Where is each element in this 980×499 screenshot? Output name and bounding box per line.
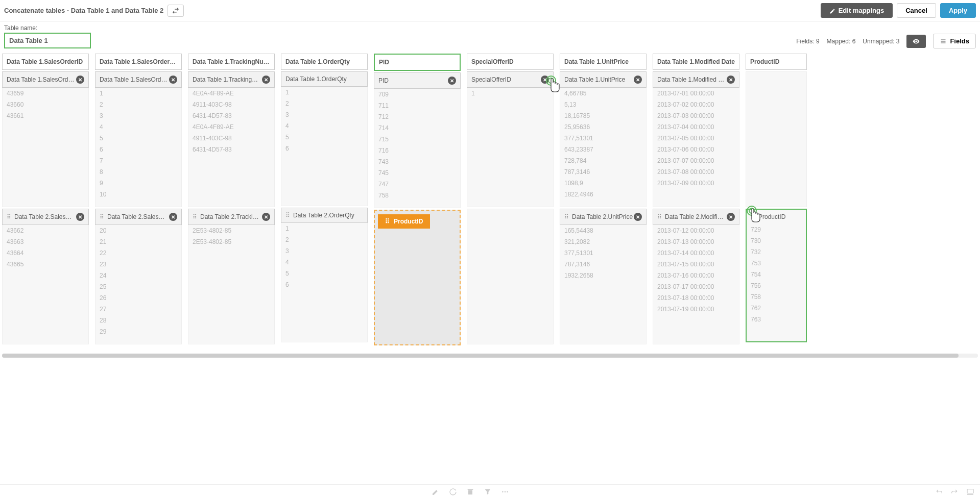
column: SpecialOfferID✕1 xyxy=(467,54,554,345)
drag-handle-icon[interactable]: ⠿ xyxy=(100,213,104,220)
remove-mapping-icon[interactable]: ✕ xyxy=(634,213,642,221)
remove-mapping-icon[interactable]: ✕ xyxy=(448,77,456,85)
data-row: 745 xyxy=(374,167,460,179)
remove-mapping-icon[interactable]: ✕ xyxy=(727,76,735,84)
remove-mapping-icon[interactable]: ✕ xyxy=(541,76,549,84)
data-row: 3 xyxy=(281,109,367,120)
horizontal-scrollbar[interactable] xyxy=(2,354,978,358)
mapped-field-row[interactable]: Data Table 1.Modified Date✕ xyxy=(653,71,739,88)
mapped-field-row[interactable]: Data Table 1.UnitPrice✕ xyxy=(560,71,647,88)
data-row: 27 xyxy=(95,304,181,315)
column: Data Table 1.Modified Date✕2013-07-01 00… xyxy=(653,54,739,345)
drag-handle-icon[interactable]: ⠿ xyxy=(285,212,290,219)
column-header-input[interactable] xyxy=(188,54,275,70)
data-row: 4E0A-4F89-AE xyxy=(188,88,274,99)
data-row: 730 xyxy=(747,235,806,246)
data-row: 2013-07-19 00:00:00 xyxy=(653,304,739,315)
edit-mappings-label: Edit mappings xyxy=(839,7,885,14)
data-row: 1 xyxy=(281,223,367,234)
remove-mapping-icon[interactable]: ✕ xyxy=(634,76,642,84)
unmapped-field-block[interactable]: ⠿ProductID729730732753754756758762763 xyxy=(746,209,807,342)
top-bar: Concatenate tables - Data Table 1 and Da… xyxy=(0,0,980,21)
mapped-field-row[interactable]: SpecialOfferID✕ xyxy=(467,71,554,88)
column-header-input[interactable] xyxy=(746,54,807,70)
drag-handle-icon[interactable]: ⠿ xyxy=(564,213,569,220)
edit-mappings-button[interactable]: Edit mappings xyxy=(821,3,893,18)
mapped-field-row[interactable]: ⠿Data Table 2.SalesOrd...✕ xyxy=(2,209,89,225)
remove-mapping-icon[interactable]: ✕ xyxy=(262,213,270,221)
data-row: 2013-07-13 00:00:00 xyxy=(653,236,739,247)
data-row: 2013-07-06 00:00:00 xyxy=(653,144,739,155)
swap-icon xyxy=(172,7,179,14)
drag-chip[interactable]: ⠿ ProductID xyxy=(378,214,430,229)
data-preview-list: 2013-07-12 00:00:002013-07-13 00:00:0020… xyxy=(653,225,739,344)
data-preview-list: 165,54438321,2082377,51301787,31461932,2… xyxy=(560,225,647,344)
column-header-input[interactable] xyxy=(560,54,647,70)
mapped-field-row[interactable]: ⠿Data Table 2.Modified ...✕ xyxy=(653,209,739,225)
data-row: 26 xyxy=(95,292,181,304)
data-row: 714 xyxy=(374,122,460,134)
mapped-field-label: Data Table 1.TrackingNum... xyxy=(193,76,262,83)
data-row: 28 xyxy=(95,315,181,326)
data-row: 2 xyxy=(95,99,181,110)
data-row: 728,784 xyxy=(560,155,646,166)
remove-mapping-icon[interactable]: ✕ xyxy=(169,76,177,84)
mapped-field-label: Data Table 2.SalesOrd... xyxy=(107,213,169,220)
drag-icon: ⠿ xyxy=(385,218,390,225)
column-header-input[interactable] xyxy=(653,54,739,70)
column-header-input[interactable] xyxy=(95,54,182,70)
remove-mapping-icon[interactable]: ✕ xyxy=(76,213,84,221)
preview-toggle-button[interactable] xyxy=(906,35,926,48)
drop-zone[interactable] xyxy=(374,210,461,345)
data-row: 2013-07-16 00:00:00 xyxy=(653,270,739,281)
unmapped-field-row[interactable]: ⠿ProductID xyxy=(747,210,806,224)
remove-mapping-icon[interactable]: ✕ xyxy=(262,76,270,84)
data-preview-list: 123456 xyxy=(281,223,368,342)
mapped-field-row[interactable]: ⠿Data Table 2.SalesOrd...✕ xyxy=(95,209,182,225)
mapped-field-row[interactable]: Data Table 1.SalesOrderD...✕ xyxy=(95,71,182,88)
column-header-input[interactable] xyxy=(2,54,89,70)
drag-handle-icon[interactable]: ⠿ xyxy=(751,213,755,220)
empty-mapping-slot[interactable] xyxy=(467,209,554,344)
data-row: 2013-07-01 00:00:00 xyxy=(653,88,739,99)
mapped-field-row[interactable]: PID✕ xyxy=(374,72,461,89)
column-header-input[interactable] xyxy=(467,54,554,70)
drag-handle-icon[interactable]: ⠿ xyxy=(7,213,11,220)
data-row: 2013-07-15 00:00:00 xyxy=(653,259,739,270)
data-row: 21 xyxy=(95,236,181,247)
mapped-field-row[interactable]: ⠿Data Table 2.UnitPrice✕ xyxy=(560,209,647,225)
drag-handle-icon[interactable]: ⠿ xyxy=(657,213,662,220)
data-row: 1 xyxy=(467,88,553,99)
data-row: 18,16785 xyxy=(560,110,646,121)
column-header-input[interactable] xyxy=(374,54,461,71)
data-row: 763 xyxy=(747,314,806,325)
mapped-field-row[interactable]: Data Table 1.SalesOrderID✕ xyxy=(2,71,89,88)
drag-handle-icon[interactable]: ⠿ xyxy=(193,213,197,220)
table-name-input[interactable] xyxy=(4,33,91,48)
data-row: 43660 xyxy=(3,99,88,110)
column-header-input[interactable] xyxy=(281,54,368,70)
remove-mapping-icon[interactable]: ✕ xyxy=(76,76,84,84)
mapped-field-row[interactable]: ⠿Data Table 2.Tracking...✕ xyxy=(188,209,275,225)
data-row: 712 xyxy=(374,111,460,122)
data-row: 3 xyxy=(95,110,181,121)
data-row: 2013-07-07 00:00:00 xyxy=(653,155,739,166)
data-row: 716 xyxy=(374,145,460,156)
mapped-field-row[interactable]: Data Table 1.TrackingNum...✕ xyxy=(188,71,275,88)
svg-point-4 xyxy=(548,78,554,83)
swap-button[interactable] xyxy=(168,5,184,17)
mapped-field-row[interactable]: Data Table 1.OrderQty xyxy=(281,71,368,87)
mapped-field-row[interactable]: ⠿Data Table 2.OrderQty xyxy=(281,208,368,223)
mapped-field-label: Data Table 2.OrderQty xyxy=(293,212,363,219)
remove-mapping-icon[interactable]: ✕ xyxy=(727,213,735,221)
data-row: 4,66785 xyxy=(560,88,646,99)
data-row: 1822,4946 xyxy=(560,189,646,200)
data-row: 5 xyxy=(281,132,367,143)
data-row: 2013-07-17 00:00:00 xyxy=(653,281,739,292)
apply-button[interactable]: Apply xyxy=(940,3,976,18)
cancel-button[interactable]: Cancel xyxy=(897,3,936,18)
remove-mapping-icon[interactable]: ✕ xyxy=(169,213,177,221)
fields-button[interactable]: Fields xyxy=(933,34,976,48)
data-row: 165,54438 xyxy=(560,225,646,236)
data-row: 43664 xyxy=(3,247,88,259)
